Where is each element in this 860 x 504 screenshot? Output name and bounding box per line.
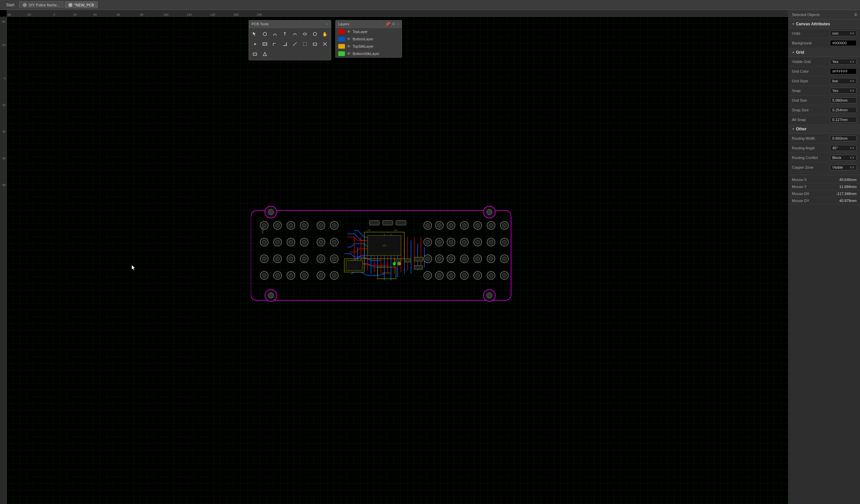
tool-circle3[interactable] (310, 29, 319, 39)
ruler-tick-120: 120 (187, 13, 192, 16)
mouse-dx-value: -117.348mm (836, 192, 857, 196)
svg-point-122 (319, 223, 323, 227)
grid-color-picker[interactable]: #FFFFFF (830, 68, 857, 74)
layer-topsilk[interactable]: 👁 TopSilkLayer (335, 43, 402, 50)
layers-close[interactable]: − (397, 22, 399, 26)
prop-routing-angle: Routing Angle 45° ⬆⬇ (789, 143, 860, 153)
tool-cut[interactable] (320, 39, 330, 49)
grid-triangle: ▼ (792, 51, 794, 54)
pcb-canvas[interactable]: LED4 (7, 17, 788, 504)
canvas-attributes-section: ▼ Canvas Attributes (789, 20, 860, 29)
pcb-board: LED4 (251, 194, 518, 315)
tool-select[interactable] (250, 29, 259, 39)
background-color-picker[interactable]: #000000 (830, 40, 857, 46)
cursor (132, 265, 136, 271)
ruler-left: -50 -20 0 20 40 60 80 (0, 17, 7, 504)
prop-routing-width: Routing Width 0.650mm (789, 134, 860, 143)
routing-conflict-dropdown[interactable]: Block ⬆⬇ (830, 155, 857, 161)
ruler-tick-0: 0 (53, 13, 55, 16)
ruler-vtick-80: 80 (2, 183, 6, 187)
routing-angle-dropdown[interactable]: 45° ⬆⬇ (830, 145, 857, 151)
svg-rect-110 (369, 220, 379, 225)
svg-point-34 (289, 273, 293, 277)
pcb-tools-grid: T ✋ ✦ (249, 28, 331, 60)
visible-grid-arrow: ⬆⬇ (850, 60, 854, 63)
snap-dropdown[interactable]: Yes ⬆⬇ (830, 88, 857, 94)
right-panel-header: Selected Objects 0 (789, 10, 860, 20)
snap-size-field[interactable]: 0.254mm (830, 107, 857, 113)
toplayer-label: TopLayer (353, 30, 368, 34)
units-dropdown[interactable]: mm ⬆⬇ (830, 30, 857, 36)
routing-width-field[interactable]: 0.650mm (830, 135, 857, 141)
svg-point-26 (289, 257, 293, 261)
mouse-y-value: 11.684mm (839, 185, 857, 189)
visible-grid-dropdown[interactable]: Yes ⬆⬇ (830, 59, 857, 65)
tool-circle2[interactable] (300, 29, 310, 39)
tool-circle[interactable] (260, 29, 270, 39)
snap-value: Yes (832, 89, 838, 93)
layer-bottomsilk[interactable]: 👁 BottomSilkLayer (335, 50, 402, 57)
tab-start[interactable]: Start (3, 1, 18, 9)
svg-rect-112 (396, 220, 406, 225)
tool-hand[interactable]: ✋ (320, 29, 330, 39)
svg-rect-106 (394, 259, 401, 262)
bottomlayer-eye: 👁 (347, 37, 350, 41)
pcb-tools-close[interactable]: − (326, 22, 328, 26)
section-spacer (789, 172, 860, 175)
svg-point-30 (262, 273, 266, 277)
svg-rect-108 (414, 257, 422, 261)
canvas-area[interactable]: -50 -20 0 20 40 60 80 100 120 140 160 18… (0, 10, 788, 504)
tool-corner[interactable] (270, 39, 280, 49)
prop-grid-size: Grid Size 5.080mm (789, 96, 860, 105)
svg-point-64 (489, 257, 493, 261)
layers-pin[interactable]: 📌 (385, 22, 390, 26)
svg-point-28 (302, 257, 306, 261)
prop-alt-snap: Alt Snap 0.127mm (789, 115, 860, 125)
tool-measure[interactable] (290, 39, 300, 49)
pcb-tools-title: PCB Tools (252, 22, 269, 26)
tool-rect[interactable] (310, 39, 319, 49)
ruler-vtick-20: 20 (2, 103, 6, 107)
ruler-top: -50 -20 0 20 40 60 80 100 120 140 160 18… (7, 10, 788, 17)
alt-snap-field[interactable]: 0.127mm (830, 117, 857, 123)
visible-grid-value: Yes (832, 60, 838, 64)
svg-point-146 (426, 257, 430, 261)
tool-cross[interactable]: ✦ (250, 39, 259, 49)
tab-diy[interactable]: DIY Police flashe... (19, 1, 63, 8)
tool-special[interactable] (260, 49, 270, 59)
grid-style-dropdown[interactable]: line ⬆⬇ (830, 78, 857, 84)
layer-bottomlayer[interactable]: 👁 BottomLayer (335, 35, 402, 43)
tab-newpcb[interactable]: *NEW_PCB (65, 1, 98, 8)
tool-rect2[interactable] (250, 49, 259, 59)
tool-arc[interactable] (270, 29, 280, 39)
mouse-info: Mouse-X 40.640mm Mouse-Y 11.684mm Mouse-… (789, 175, 860, 206)
layer-toplayer[interactable]: 👁 TopLayer (335, 28, 402, 35)
layers-settings[interactable]: ⚙ (392, 22, 395, 26)
svg-point-52 (476, 240, 480, 244)
mouse-y-label: Mouse-Y (792, 185, 807, 189)
svg-point-66 (502, 257, 506, 261)
grid-size-field[interactable]: 5.080mm (830, 97, 857, 103)
svg-text:SWITCH: SWITCH (382, 272, 391, 274)
tool-select2[interactable] (300, 39, 310, 49)
tool-image[interactable] (260, 39, 270, 49)
bottomsilk-label: BottomSilkLayer (353, 52, 379, 56)
snap-arrow: ⬆⬇ (850, 89, 854, 92)
svg-point-20 (302, 240, 306, 244)
svg-point-12 (302, 223, 306, 227)
tool-arc2[interactable] (290, 29, 300, 39)
ruler-tick-neg20: -20 (27, 13, 31, 16)
units-label: Units (792, 31, 830, 35)
svg-point-14 (262, 240, 266, 244)
copper-zone-dropdown[interactable]: Visible ⬆⬇ (830, 164, 857, 171)
svg-rect-103 (346, 260, 363, 270)
bottomsilk-color (338, 51, 345, 56)
topsilk-label: TopSilkLayer (353, 44, 374, 48)
svg-point-116 (398, 262, 401, 265)
tool-text[interactable]: T (280, 29, 289, 39)
pcb-tools-header: PCB Tools − (249, 20, 331, 28)
grid-style-label: Grid Style (792, 79, 830, 83)
tool-angle[interactable] (280, 39, 289, 49)
svg-rect-109 (414, 265, 422, 269)
svg-point-142 (426, 240, 430, 244)
